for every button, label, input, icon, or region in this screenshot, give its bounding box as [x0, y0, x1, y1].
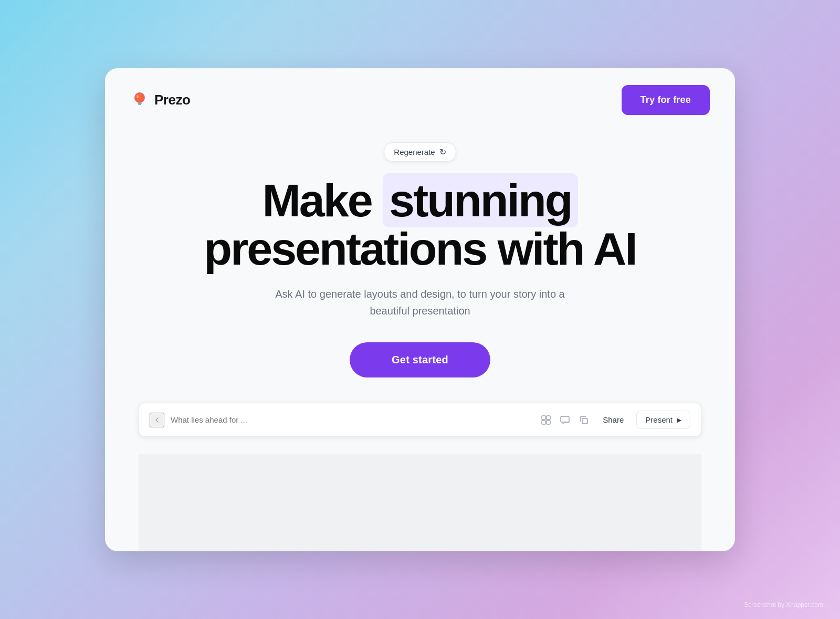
editor-back-button[interactable] [150, 413, 164, 427]
svg-rect-10 [582, 418, 587, 424]
svg-rect-8 [547, 421, 550, 424]
svg-rect-2 [138, 102, 142, 104]
hero-section: Regenerate ↻ Make stunning presentations… [105, 132, 735, 403]
hero-title-highlighted: stunning [383, 173, 578, 227]
comment-icon[interactable] [559, 414, 571, 426]
try-free-button[interactable]: Try for free [622, 85, 710, 115]
hero-subtitle: Ask AI to generate layouts and design, t… [257, 286, 583, 319]
share-button[interactable]: Share [596, 412, 630, 427]
play-icon: ▶ [677, 416, 681, 424]
editor-right-controls: Share Present ▶ [596, 411, 690, 429]
logo-text: Prezo [154, 92, 190, 108]
get-started-button[interactable]: Get started [350, 342, 490, 377]
editor-wrapper: Share Present ▶ [122, 403, 718, 551]
svg-rect-3 [138, 104, 141, 105]
regenerate-badge[interactable]: Regenerate ↻ [384, 142, 456, 162]
hero-title: Make stunning presentations with AI [204, 176, 636, 274]
hero-title-part2: presentations with AI [204, 223, 636, 275]
present-button[interactable]: Present ▶ [636, 411, 690, 429]
layout-icon[interactable] [540, 414, 552, 426]
logo-icon [130, 90, 149, 109]
hero-title-part1: Make [262, 174, 383, 226]
svg-rect-9 [561, 416, 569, 422]
header: Prezo Try for free [105, 68, 735, 132]
copy-icon[interactable] [578, 414, 590, 426]
present-label: Present [645, 415, 673, 424]
logo-area: Prezo [130, 90, 190, 109]
editor-bar: Share Present ▶ [139, 403, 701, 437]
svg-rect-5 [542, 416, 545, 419]
main-card: Prezo Try for free Regenerate ↻ Make stu… [105, 68, 735, 551]
regenerate-icon: ↻ [439, 147, 446, 157]
screenshot-credit: Screenshot by Xnapper.com [744, 601, 823, 608]
editor-content-area [139, 454, 701, 551]
regenerate-label: Regenerate [394, 148, 435, 156]
svg-rect-6 [547, 416, 550, 419]
chevron-left-icon [153, 416, 161, 424]
editor-input[interactable] [171, 415, 533, 424]
editor-icon-group [540, 414, 590, 426]
svg-rect-7 [542, 421, 545, 424]
svg-point-4 [136, 95, 139, 98]
